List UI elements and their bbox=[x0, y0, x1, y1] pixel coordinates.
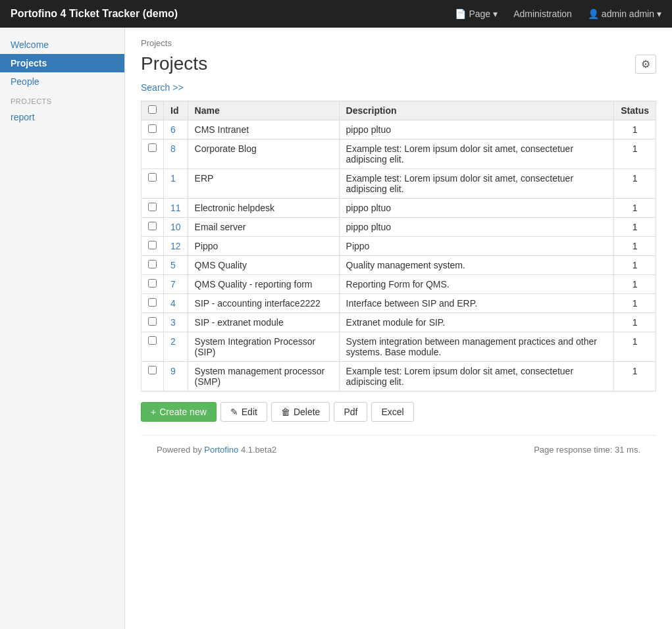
sidebar: Welcome Projects People PROJECTS report bbox=[0, 28, 125, 629]
row-id-link[interactable]: 10 bbox=[170, 222, 181, 232]
table-row: 4 SIP - accounting interface2222 Interfa… bbox=[142, 294, 656, 313]
col-status-header: Status bbox=[614, 101, 656, 120]
configure-button[interactable]: ⚙ bbox=[635, 55, 656, 74]
table-row: 3 SIP - extranet module Extranet module … bbox=[142, 313, 656, 332]
delete-button[interactable]: 🗑 Delete bbox=[271, 402, 330, 422]
row-desc-cell: Quality management system. bbox=[339, 256, 614, 275]
row-name-cell: SIP - accounting interface2222 bbox=[188, 294, 339, 313]
pdf-button[interactable]: Pdf bbox=[334, 402, 367, 422]
row-checkbox[interactable] bbox=[148, 143, 157, 152]
row-status-cell: 1 bbox=[614, 362, 656, 391]
powered-by: Powered by Portofino 4.1.beta2 bbox=[157, 445, 276, 455]
layout: Welcome Projects People PROJECTS report … bbox=[0, 28, 672, 629]
row-desc-cell: pippo pltuo bbox=[339, 120, 614, 139]
administration-link[interactable]: Administration bbox=[513, 9, 572, 19]
row-id-link[interactable]: 8 bbox=[170, 143, 176, 154]
row-checkbox[interactable] bbox=[148, 173, 157, 182]
table-row: 12 Pippo Pippo 1 bbox=[142, 237, 656, 256]
user-menu[interactable]: 👤 admin admin ▾ bbox=[588, 9, 661, 19]
sidebar-item-report[interactable]: report bbox=[0, 108, 124, 126]
row-checkbox[interactable] bbox=[148, 241, 157, 249]
row-id-cell: 6 bbox=[164, 120, 188, 139]
table-row: 10 Email server pippo pltuo 1 bbox=[142, 218, 656, 237]
row-id-cell: 4 bbox=[164, 294, 188, 313]
portofino-link[interactable]: Portofino bbox=[204, 445, 238, 455]
row-id-link[interactable]: 9 bbox=[170, 366, 176, 376]
row-id-link[interactable]: 5 bbox=[170, 260, 176, 270]
row-checkbox[interactable] bbox=[148, 366, 157, 374]
row-name-cell: Electronic helpdesk bbox=[188, 199, 339, 218]
sidebar-item-welcome[interactable]: Welcome bbox=[0, 36, 124, 54]
row-id-link[interactable]: 1 bbox=[170, 173, 176, 184]
excel-button[interactable]: Excel bbox=[371, 402, 413, 422]
row-status-cell: 1 bbox=[614, 139, 656, 169]
page-menu[interactable]: 📄 Page ▾ bbox=[455, 9, 498, 19]
row-desc-cell: Interface between SIP and ERP. bbox=[339, 294, 614, 313]
sidebar-item-people-label: People bbox=[11, 76, 39, 87]
user-icon: 👤 bbox=[588, 9, 599, 19]
row-checkbox[interactable] bbox=[148, 279, 157, 288]
table-row: 5 QMS Quality Quality management system.… bbox=[142, 256, 656, 275]
user-label: admin admin bbox=[602, 9, 654, 19]
sidebar-item-people[interactable]: People bbox=[0, 72, 124, 91]
row-desc-cell: Pippo bbox=[339, 237, 614, 256]
row-id-cell: 10 bbox=[164, 218, 188, 237]
breadcrumb: Projects bbox=[141, 38, 656, 48]
sidebar-item-projects-label: Projects bbox=[11, 58, 47, 68]
row-id-cell: 12 bbox=[164, 237, 188, 256]
row-name-cell: ERP bbox=[188, 169, 339, 199]
row-status-cell: 1 bbox=[614, 275, 656, 294]
sidebar-section-projects: PROJECTS bbox=[0, 91, 124, 108]
row-checkbox-cell bbox=[142, 237, 164, 256]
row-id-cell: 2 bbox=[164, 332, 188, 362]
row-id-cell: 1 bbox=[164, 169, 188, 199]
row-name-cell: SIP - extranet module bbox=[188, 313, 339, 332]
page-title: Projects bbox=[141, 53, 207, 74]
row-id-link[interactable]: 2 bbox=[170, 336, 176, 347]
table-header: Id Name Description Status bbox=[142, 101, 656, 120]
row-checkbox[interactable] bbox=[148, 260, 157, 268]
response-time: Page response time: 31 ms. bbox=[534, 445, 640, 455]
row-id-link[interactable]: 4 bbox=[170, 298, 176, 309]
row-desc-cell: System integration between management pr… bbox=[339, 332, 614, 362]
row-checkbox[interactable] bbox=[148, 336, 157, 345]
edit-label: Edit bbox=[242, 407, 257, 417]
create-new-button[interactable]: + Create new bbox=[141, 402, 217, 422]
row-id-link[interactable]: 11 bbox=[170, 203, 181, 213]
row-checkbox[interactable] bbox=[148, 124, 157, 133]
pdf-label: Pdf bbox=[344, 407, 357, 417]
col-name-header: Name bbox=[188, 101, 339, 120]
row-status-cell: 1 bbox=[614, 294, 656, 313]
row-name-cell: Pippo bbox=[188, 237, 339, 256]
row-desc-cell: Example test: Lorem ipsum dolor sit amet… bbox=[339, 362, 614, 391]
row-desc-cell: Example test: Lorem ipsum dolor sit amet… bbox=[339, 139, 614, 169]
row-id-link[interactable]: 7 bbox=[170, 279, 176, 289]
page-header: Projects ⚙ bbox=[141, 53, 656, 74]
row-checkbox[interactable] bbox=[148, 317, 157, 326]
row-id-link[interactable]: 12 bbox=[170, 241, 181, 251]
row-status-cell: 1 bbox=[614, 218, 656, 237]
row-checkbox[interactable] bbox=[148, 222, 157, 230]
excel-label: Excel bbox=[381, 407, 403, 417]
row-id-link[interactable]: 6 bbox=[170, 124, 176, 135]
user-chevron-icon: ▾ bbox=[657, 9, 661, 19]
row-checkbox-cell bbox=[142, 275, 164, 294]
row-id-link[interactable]: 3 bbox=[170, 317, 176, 328]
row-checkbox[interactable] bbox=[148, 298, 157, 307]
edit-icon: ✎ bbox=[230, 407, 238, 417]
row-checkbox-cell bbox=[142, 256, 164, 275]
table-row: 1 ERP Example test: Lorem ipsum dolor si… bbox=[142, 169, 656, 199]
row-checkbox-cell bbox=[142, 199, 164, 218]
main-content: Projects Projects ⚙ Search >> Id Name bbox=[125, 28, 672, 629]
row-name-cell: QMS Quality bbox=[188, 256, 339, 275]
row-status-cell: 1 bbox=[614, 256, 656, 275]
row-checkbox-cell bbox=[142, 362, 164, 391]
select-all-checkbox[interactable] bbox=[148, 105, 157, 114]
edit-button[interactable]: ✎ Edit bbox=[220, 402, 267, 422]
row-id-cell: 11 bbox=[164, 199, 188, 218]
row-checkbox-cell bbox=[142, 332, 164, 362]
sidebar-item-projects[interactable]: Projects bbox=[0, 54, 124, 72]
row-status-cell: 1 bbox=[614, 120, 656, 139]
search-link[interactable]: Search >> bbox=[141, 82, 184, 93]
row-checkbox[interactable] bbox=[148, 203, 157, 211]
